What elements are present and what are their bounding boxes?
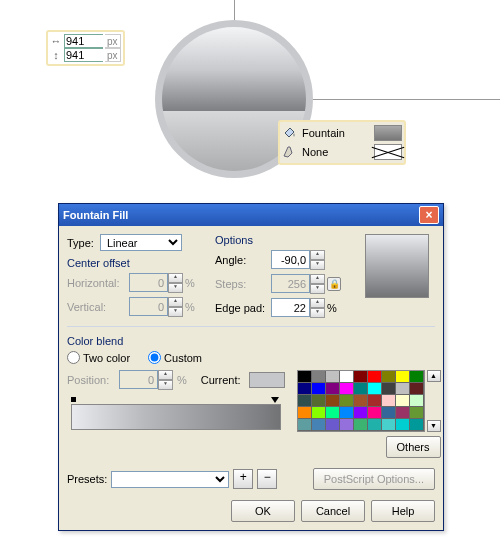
dialog-title: Fountain Fill: [63, 209, 419, 221]
spin-down-icon: ▼: [158, 380, 173, 390]
palette-swatch[interactable]: [354, 371, 368, 383]
palette-swatch[interactable]: [354, 383, 368, 395]
presets-select[interactable]: [111, 471, 229, 488]
palette-swatch[interactable]: [396, 395, 410, 407]
scroll-up-icon[interactable]: ▲: [427, 370, 441, 382]
gradient-editor[interactable]: [67, 396, 285, 434]
palette-swatch[interactable]: [298, 371, 312, 383]
titlebar[interactable]: Fountain Fill ×: [59, 204, 443, 226]
palette-swatch[interactable]: [326, 395, 340, 407]
spin-up-icon[interactable]: ▲: [310, 298, 325, 308]
gradient-strip[interactable]: [71, 404, 281, 430]
fountain-fill-dialog: Fountain Fill × Type: Linear Center offs…: [58, 203, 444, 531]
palette-swatch[interactable]: [396, 371, 410, 383]
palette-swatch[interactable]: [298, 419, 312, 431]
palette-swatch[interactable]: [354, 407, 368, 419]
palette-swatch[interactable]: [312, 419, 326, 431]
spin-up-icon: ▲: [168, 297, 183, 307]
palette-swatch[interactable]: [410, 383, 424, 395]
palette-swatch[interactable]: [354, 419, 368, 431]
palette-swatch[interactable]: [340, 395, 354, 407]
angle-input[interactable]: [271, 250, 310, 269]
cancel-button[interactable]: Cancel: [301, 500, 365, 522]
outline-label: None: [302, 146, 368, 158]
type-select[interactable]: Linear: [100, 234, 182, 251]
custom-radio[interactable]: Custom: [148, 351, 202, 364]
current-color-swatch[interactable]: [249, 372, 285, 388]
guide-vertical-line: [234, 0, 235, 20]
preset-remove-button[interactable]: −: [257, 469, 277, 489]
spin-up-icon: ▲: [158, 370, 173, 380]
close-icon[interactable]: ×: [419, 206, 439, 224]
vertical-label: Vertical:: [67, 301, 125, 313]
current-label: Current:: [201, 374, 241, 386]
palette-swatch[interactable]: [382, 371, 396, 383]
preset-add-button[interactable]: +: [233, 469, 253, 489]
palette-grid[interactable]: [297, 370, 425, 432]
palette-swatch[interactable]: [368, 395, 382, 407]
gradient-end-marker[interactable]: [271, 397, 279, 403]
outline-swatch[interactable]: [374, 144, 402, 160]
dimensions-panel: ↔ px ↕ px: [46, 30, 125, 66]
palette-swatch[interactable]: [382, 407, 396, 419]
palette-swatch[interactable]: [410, 395, 424, 407]
height-input[interactable]: [64, 48, 103, 62]
lock-icon[interactable]: 🔒: [327, 277, 341, 291]
palette-swatch[interactable]: [368, 383, 382, 395]
palette-swatch[interactable]: [410, 419, 424, 431]
palette-swatch[interactable]: [312, 371, 326, 383]
palette-swatch[interactable]: [368, 371, 382, 383]
palette-swatch[interactable]: [312, 383, 326, 395]
palette-swatch[interactable]: [340, 371, 354, 383]
horizontal-label: Horizontal:: [67, 277, 125, 289]
palette-swatch[interactable]: [382, 383, 396, 395]
palette-swatch[interactable]: [368, 419, 382, 431]
percent-label: %: [177, 374, 187, 386]
palette-swatch[interactable]: [312, 407, 326, 419]
palette-swatch[interactable]: [396, 383, 410, 395]
palette-swatch[interactable]: [382, 419, 396, 431]
pen-icon: [282, 145, 296, 159]
palette-swatch[interactable]: [326, 371, 340, 383]
help-button[interactable]: Help: [371, 500, 435, 522]
palette-swatch[interactable]: [354, 395, 368, 407]
palette-swatch[interactable]: [340, 383, 354, 395]
fill-row[interactable]: Fountain: [282, 124, 402, 142]
edgepad-label: Edge pad:: [215, 302, 267, 314]
edgepad-input[interactable]: [271, 298, 310, 317]
percent-label: %: [185, 301, 201, 313]
palette-swatch[interactable]: [410, 371, 424, 383]
palette-swatch[interactable]: [396, 407, 410, 419]
palette-swatch[interactable]: [368, 407, 382, 419]
palette-swatch[interactable]: [326, 419, 340, 431]
spin-down-icon[interactable]: ▼: [310, 260, 325, 270]
gradient-stop-marker[interactable]: [71, 397, 76, 402]
palette-swatch[interactable]: [340, 407, 354, 419]
palette-swatch[interactable]: [298, 407, 312, 419]
palette-swatch[interactable]: [298, 395, 312, 407]
percent-label: %: [327, 302, 345, 314]
others-button[interactable]: Others: [386, 436, 441, 458]
steps-input: [271, 274, 310, 293]
palette-swatch[interactable]: [340, 419, 354, 431]
palette-swatch[interactable]: [326, 407, 340, 419]
palette-swatch[interactable]: [312, 395, 326, 407]
width-icon: ↔: [50, 36, 62, 47]
ok-button[interactable]: OK: [231, 500, 295, 522]
palette-swatch[interactable]: [410, 407, 424, 419]
palette-swatch[interactable]: [382, 395, 396, 407]
spin-up-icon[interactable]: ▲: [310, 250, 325, 260]
fill-swatch[interactable]: [374, 125, 402, 141]
twocolor-radio[interactable]: Two color: [67, 351, 130, 364]
spin-down-icon: ▼: [168, 283, 183, 293]
palette-swatch[interactable]: [396, 419, 410, 431]
type-label: Type:: [67, 237, 94, 249]
palette-swatch[interactable]: [298, 383, 312, 395]
spin-down-icon[interactable]: ▼: [310, 308, 325, 318]
outline-row[interactable]: None: [282, 143, 402, 161]
options-label: Options: [215, 234, 351, 246]
scroll-down-icon[interactable]: ▼: [427, 420, 441, 432]
gradient-preview[interactable]: [365, 234, 429, 298]
palette-swatch[interactable]: [326, 383, 340, 395]
width-input[interactable]: [64, 34, 103, 48]
